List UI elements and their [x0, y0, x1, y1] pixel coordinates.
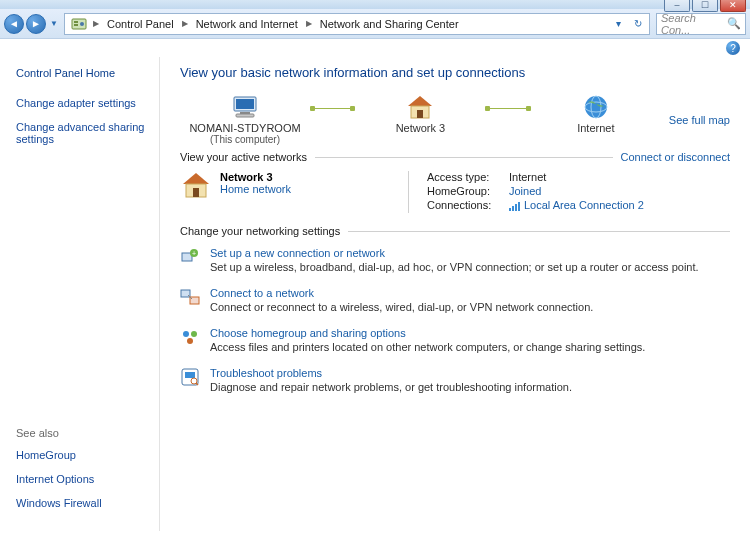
see-also-label: See also [16, 427, 153, 439]
chevron-right-icon: ▶ [180, 19, 190, 28]
refresh-button[interactable]: ↻ [629, 15, 647, 33]
connection-name: Local Area Connection 2 [524, 199, 644, 211]
sidebar-adapter-settings[interactable]: Change adapter settings [16, 97, 153, 109]
map-connector [485, 108, 530, 109]
address-bar[interactable]: ▶ Control Panel ▶ Network and Internet ▶… [64, 13, 650, 35]
svg-text:+: + [192, 250, 196, 257]
active-network-type-link[interactable]: Home network [220, 183, 291, 195]
breadcrumb-network-sharing[interactable]: Network and Sharing Center [314, 14, 465, 34]
task-connect-link[interactable]: Connect to a network [210, 287, 593, 299]
svg-marker-8 [408, 96, 432, 106]
node-internet: Internet [531, 94, 661, 134]
connect-network-icon [180, 287, 200, 307]
close-button[interactable]: ✕ [720, 0, 746, 12]
svg-rect-17 [509, 208, 511, 211]
homegroup-icon [180, 327, 200, 347]
active-network-row: Network 3 Home network Access type: Inte… [180, 171, 730, 213]
sidebar-home[interactable]: Control Panel Home [16, 67, 153, 79]
search-placeholder: Search Con... [661, 12, 727, 36]
see-also-firewall[interactable]: Windows Firewall [16, 497, 153, 509]
active-networks-label: View your active networks [180, 151, 307, 163]
svg-rect-5 [236, 99, 254, 109]
forward-button[interactable]: ► [26, 14, 46, 34]
task-homegroup-link[interactable]: Choose homegroup and sharing options [210, 327, 645, 339]
svg-point-29 [187, 338, 193, 344]
troubleshoot-icon [180, 367, 200, 387]
chevron-right-icon: ▶ [91, 19, 101, 28]
svg-point-28 [191, 331, 197, 337]
task-troubleshoot-link[interactable]: Troubleshoot problems [210, 367, 572, 379]
sidebar: Control Panel Home Change adapter settin… [0, 57, 160, 531]
chevron-right-icon: ▶ [304, 19, 314, 28]
svg-point-11 [585, 96, 607, 118]
node-pc-sub: (This computer) [180, 134, 310, 145]
see-also-internet-options[interactable]: Internet Options [16, 473, 153, 485]
connections-label: Connections: [427, 199, 509, 211]
homegroup-link[interactable]: Joined [509, 185, 541, 197]
computer-icon [180, 94, 310, 120]
breadcrumb-control-panel[interactable]: Control Panel [101, 14, 180, 34]
history-dropdown[interactable]: ▼ [48, 15, 60, 33]
minimize-button[interactable]: – [664, 0, 690, 12]
access-type-value: Internet [509, 171, 546, 183]
svg-rect-1 [74, 21, 78, 23]
task-setup-desc: Set up a wireless, broadband, dial-up, a… [210, 261, 699, 273]
task-homegroup: Choose homegroup and sharing options Acc… [180, 327, 730, 353]
tasks-header: Change your networking settings [180, 225, 340, 237]
svg-rect-18 [512, 206, 514, 211]
connection-link[interactable]: Local Area Connection 2 [509, 199, 644, 211]
task-setup-connection: + Set up a new connection or network Set… [180, 247, 730, 273]
access-type-label: Access type: [427, 171, 509, 183]
maximize-button[interactable]: ☐ [692, 0, 718, 12]
breadcrumb-network-internet[interactable]: Network and Internet [190, 14, 304, 34]
house-icon [180, 171, 212, 199]
setup-connection-icon: + [180, 247, 200, 267]
task-troubleshoot: Troubleshoot problems Diagnose and repai… [180, 367, 730, 393]
svg-rect-16 [193, 188, 199, 197]
help-icon[interactable]: ? [726, 41, 740, 55]
help-row: ? [0, 39, 750, 57]
svg-marker-14 [183, 173, 209, 184]
main-panel: View your basic network information and … [160, 57, 750, 531]
active-network-name: Network 3 [220, 171, 291, 183]
back-button[interactable]: ◄ [4, 14, 24, 34]
search-icon: 🔍 [727, 17, 741, 30]
svg-point-3 [80, 22, 84, 26]
svg-rect-2 [74, 24, 78, 26]
task-troubleshoot-desc: Diagnose and repair network problems, or… [210, 381, 572, 393]
search-input[interactable]: Search Con... 🔍 [656, 13, 746, 35]
address-dropdown[interactable]: ▾ [609, 15, 627, 33]
navbar: ◄ ► ▼ ▶ Control Panel ▶ Network and Inte… [0, 9, 750, 39]
see-also-homegroup[interactable]: HomeGroup [16, 449, 153, 461]
control-panel-icon [71, 16, 87, 32]
globe-icon [531, 94, 661, 120]
node-pc-name: NOMANI-STDYROOM [180, 122, 310, 134]
titlebar: – ☐ ✕ [0, 0, 750, 9]
connect-disconnect-link[interactable]: Connect or disconnect [621, 151, 730, 163]
task-connect-desc: Connect or reconnect to a wireless, wire… [210, 301, 593, 313]
task-connect-network: Connect to a network Connect or reconnec… [180, 287, 730, 313]
node-network: Network 3 [355, 94, 485, 134]
homegroup-label: HomeGroup: [427, 185, 509, 197]
svg-point-27 [183, 331, 189, 337]
svg-rect-31 [185, 372, 195, 378]
svg-rect-10 [417, 110, 423, 118]
svg-rect-19 [515, 204, 517, 211]
task-setup-link[interactable]: Set up a new connection or network [210, 247, 699, 259]
node-this-pc: NOMANI-STDYROOM (This computer) [180, 94, 310, 145]
svg-rect-7 [236, 114, 254, 117]
house-icon [355, 94, 485, 120]
see-full-map-link[interactable]: See full map [669, 114, 730, 126]
node-net-name: Network 3 [355, 122, 485, 134]
sidebar-advanced-sharing[interactable]: Change advanced sharing settings [16, 121, 153, 145]
task-homegroup-desc: Access files and printers located on oth… [210, 341, 645, 353]
page-title: View your basic network information and … [180, 65, 730, 80]
map-connector [310, 108, 355, 109]
svg-rect-20 [518, 202, 520, 211]
network-map: NOMANI-STDYROOM (This computer) Network … [180, 94, 730, 145]
node-internet-label: Internet [531, 122, 661, 134]
signal-icon [509, 201, 521, 211]
